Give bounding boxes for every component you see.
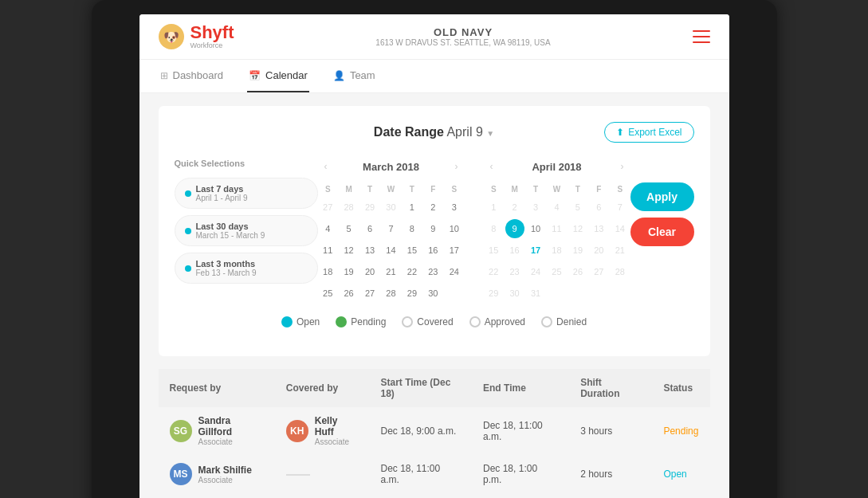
march-day-10[interactable]: 10 [445,219,464,238]
april-day-12[interactable]: 12 [568,219,587,238]
nav-calendar[interactable]: 📅 Calendar [247,60,309,92]
march-day-21[interactable]: 21 [381,262,400,281]
march-day-15[interactable]: 15 [403,241,422,260]
april-day-22[interactable]: 22 [484,262,503,281]
april-day-2a[interactable]: 2 [505,198,524,217]
april-day-24[interactable]: 24 [526,262,545,281]
april-day-29[interactable]: 29 [484,284,503,303]
status-badge-1: Pending [663,425,698,437]
apply-button[interactable]: Apply [630,182,694,211]
march-day-8[interactable]: 8 [403,219,422,238]
april-day-28[interactable]: 28 [611,262,630,281]
april-day-6a[interactable]: 6 [589,198,608,217]
march-day-28a[interactable]: 28 [340,198,359,217]
march-day-16[interactable]: 16 [423,241,442,260]
march-day-20[interactable]: 20 [360,262,379,281]
request-by-info-1: Sandra Gillford Associate [198,415,264,446]
april-day-10[interactable]: 10 [526,219,545,238]
march-day-29[interactable]: 29 [403,284,422,303]
march-day-30a[interactable]: 30 [381,198,400,217]
april-day-31[interactable]: 31 [526,284,545,303]
legend-denied: Denied [541,316,587,327]
april-day-11[interactable]: 11 [547,219,566,238]
april-day-14[interactable]: 14 [611,219,630,238]
april-day-26[interactable]: 26 [568,262,587,281]
april-prev-button[interactable]: ‹ [484,159,500,174]
col-end-time: End Time [472,369,569,407]
march-next-button[interactable]: › [449,159,465,174]
main-nav: ⊞ Dashboard 📅 Calendar 👤 Team [139,60,729,93]
april-day-13[interactable]: 13 [589,219,608,238]
march-day-11[interactable]: 11 [318,241,337,260]
export-excel-button[interactable]: ⬆ Export Excel [604,122,693,143]
date-range-selector[interactable]: Date Range April 9 ▼ [374,125,494,139]
april-day-27[interactable]: 27 [589,262,608,281]
april-day-20[interactable]: 20 [589,241,608,260]
april-day-3a[interactable]: 3 [526,198,545,217]
march-day-22[interactable]: 22 [403,262,422,281]
march-day-25[interactable]: 25 [318,284,337,303]
qs-last-7-days[interactable]: Last 7 days April 1 - April 9 [175,178,318,209]
header-store-info: OLD NAVY 1613 W DRAVUS ST. SEATTLE, WA 9… [375,26,550,47]
april-day-23[interactable]: 23 [505,262,524,281]
march-day-19[interactable]: 19 [340,262,359,281]
march-day-12[interactable]: 12 [340,241,359,260]
march-day-17[interactable]: 17 [445,241,464,260]
march-day-14[interactable]: 14 [381,241,400,260]
april-day-17[interactable]: 17 [526,241,545,260]
march-prev-button[interactable]: ‹ [318,159,334,174]
legend-pending-dot [336,316,347,327]
march-day-13[interactable]: 13 [360,241,379,260]
april-day-8a[interactable]: 8 [484,219,503,238]
march-day-24[interactable]: 24 [445,262,464,281]
april-day-21[interactable]: 21 [611,241,630,260]
march-day-23[interactable]: 23 [423,262,442,281]
april-day-16[interactable]: 16 [505,241,524,260]
legend-open-label: Open [297,316,320,327]
march-day-6[interactable]: 6 [360,219,379,238]
logo-sub: Workforce [190,41,234,49]
april-next-button[interactable]: › [615,159,630,174]
april-day-19[interactable]: 19 [568,241,587,260]
march-day-29a[interactable]: 29 [360,198,379,217]
march-day-5[interactable]: 5 [340,219,359,238]
april-day-15[interactable]: 15 [484,241,503,260]
hamburger-line-3 [693,41,710,43]
hamburger-menu[interactable] [693,30,710,43]
nav-team[interactable]: 👤 Team [332,60,377,92]
dashboard-icon: ⊞ [160,70,168,81]
row1-request-by: SG Sandra Gillford Associate [159,407,275,455]
qs-last-3-months[interactable]: Last 3 months Feb 13 - March 9 [175,253,318,284]
march-day-7[interactable]: 7 [381,219,400,238]
march-day-18[interactable]: 18 [318,262,337,281]
nav-dashboard[interactable]: ⊞ Dashboard [159,60,226,92]
april-day-25[interactable]: 25 [547,262,566,281]
qs-last-30-days[interactable]: Last 30 days March 15 - March 9 [175,215,318,246]
qs-dot-3 [185,265,191,272]
april-day-4a[interactable]: 4 [547,198,566,217]
request-role-2: Associate [198,476,252,484]
april-day-30[interactable]: 30 [505,284,524,303]
clear-button[interactable]: Clear [630,218,694,246]
march-day-3[interactable]: 3 [445,198,464,217]
march-day-t1: T [359,182,379,196]
march-day-1[interactable]: 1 [403,198,422,217]
march-day-w: W [381,182,401,196]
march-day-2[interactable]: 2 [423,198,442,217]
march-day-9[interactable]: 9 [423,219,442,238]
april-day-18[interactable]: 18 [547,241,566,260]
april-day-5a[interactable]: 5 [568,198,587,217]
march-day-28[interactable]: 28 [381,284,400,303]
april-day-7a[interactable]: 7 [611,198,630,217]
march-grid: S M T W T F S 27 28 29 [318,182,465,304]
april-calendar: ‹ April 2018 › S M T W T [484,159,630,304]
march-day-27[interactable]: 27 [360,284,379,303]
row1-status: Pending [652,407,709,455]
march-day-30[interactable]: 30 [423,284,442,303]
march-day-27a[interactable]: 27 [318,198,337,217]
qs-item-2-text: Last 30 days March 15 - March 9 [196,222,265,240]
april-day-9[interactable]: 9 [505,219,524,238]
april-day-1a[interactable]: 1 [484,198,503,217]
march-day-4[interactable]: 4 [318,219,337,238]
march-day-26[interactable]: 26 [340,284,359,303]
